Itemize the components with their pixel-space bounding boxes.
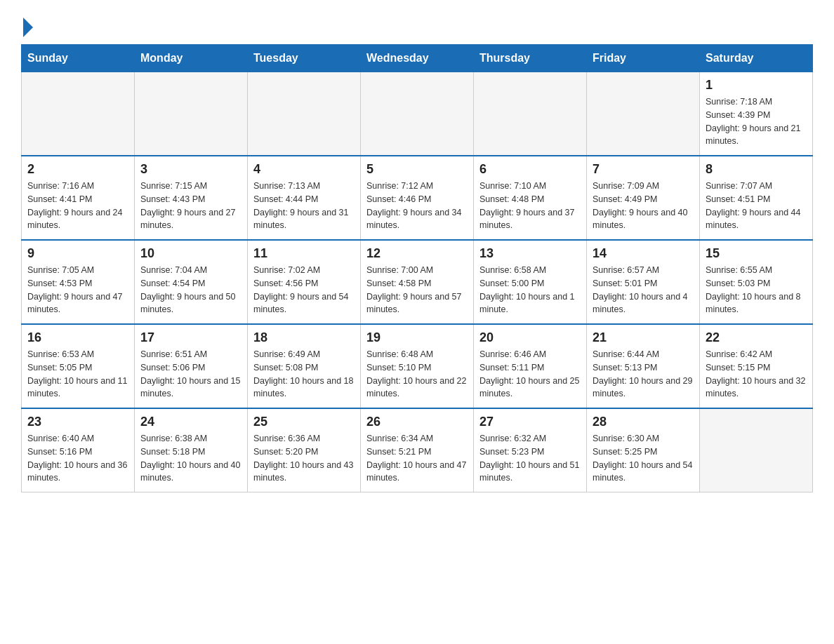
- calendar-header-row: SundayMondayTuesdayWednesdayThursdayFrid…: [22, 45, 813, 72]
- calendar-day-cell: 17Sunrise: 6:51 AMSunset: 5:06 PMDayligh…: [135, 324, 248, 408]
- weekday-header-thursday: Thursday: [474, 45, 587, 72]
- day-info: Sunrise: 7:00 AMSunset: 4:58 PMDaylight:…: [366, 264, 468, 316]
- calendar-day-cell: 16Sunrise: 6:53 AMSunset: 5:05 PMDayligh…: [22, 324, 135, 408]
- day-info: Sunrise: 7:13 AMSunset: 4:44 PMDaylight:…: [253, 180, 355, 232]
- calendar-day-cell: 5Sunrise: 7:12 AMSunset: 4:46 PMDaylight…: [361, 156, 474, 240]
- day-number: 25: [253, 415, 355, 429]
- calendar-day-cell: 10Sunrise: 7:04 AMSunset: 4:54 PMDayligh…: [135, 240, 248, 324]
- weekday-header-wednesday: Wednesday: [361, 45, 474, 72]
- calendar-day-cell: 14Sunrise: 6:57 AMSunset: 5:01 PMDayligh…: [587, 240, 700, 324]
- calendar-day-cell: 23Sunrise: 6:40 AMSunset: 5:16 PMDayligh…: [22, 408, 135, 492]
- day-number: 9: [27, 246, 128, 261]
- day-info: Sunrise: 6:44 AMSunset: 5:13 PMDaylight:…: [593, 348, 694, 401]
- calendar-day-cell: 26Sunrise: 6:34 AMSunset: 5:21 PMDayligh…: [361, 408, 474, 492]
- day-number: 10: [140, 246, 241, 261]
- day-info: Sunrise: 6:32 AMSunset: 5:23 PMDaylight:…: [479, 432, 581, 485]
- weekday-header-sunday: Sunday: [22, 45, 135, 72]
- calendar-day-cell: [474, 72, 587, 156]
- day-number: 15: [706, 246, 807, 261]
- calendar-day-cell: 11Sunrise: 7:02 AMSunset: 4:56 PMDayligh…: [248, 240, 361, 324]
- day-info: Sunrise: 7:18 AMSunset: 4:39 PMDaylight:…: [706, 95, 807, 148]
- calendar-day-cell: 22Sunrise: 6:42 AMSunset: 5:15 PMDayligh…: [700, 324, 813, 408]
- day-number: 14: [593, 246, 694, 261]
- calendar-week-row: 9Sunrise: 7:05 AMSunset: 4:53 PMDaylight…: [22, 240, 813, 324]
- calendar-day-cell: 4Sunrise: 7:13 AMSunset: 4:44 PMDaylight…: [248, 156, 361, 240]
- day-info: Sunrise: 7:07 AMSunset: 4:51 PMDaylight:…: [706, 180, 807, 232]
- day-info: Sunrise: 7:12 AMSunset: 4:46 PMDaylight:…: [366, 180, 468, 232]
- day-number: 3: [140, 162, 241, 177]
- day-number: 17: [140, 330, 241, 345]
- day-number: 23: [27, 415, 128, 429]
- calendar-day-cell: [361, 72, 474, 156]
- calendar-day-cell: 15Sunrise: 6:55 AMSunset: 5:03 PMDayligh…: [700, 240, 813, 324]
- day-number: 28: [593, 415, 694, 429]
- logo: [21, 14, 33, 37]
- day-number: 7: [593, 162, 694, 177]
- calendar-day-cell: 28Sunrise: 6:30 AMSunset: 5:25 PMDayligh…: [587, 408, 700, 492]
- day-number: 24: [140, 415, 241, 429]
- calendar-day-cell: 6Sunrise: 7:10 AMSunset: 4:48 PMDaylight…: [474, 156, 587, 240]
- day-number: 4: [253, 162, 355, 177]
- calendar-week-row: 16Sunrise: 6:53 AMSunset: 5:05 PMDayligh…: [22, 324, 813, 408]
- weekday-header-saturday: Saturday: [700, 45, 813, 72]
- day-info: Sunrise: 6:30 AMSunset: 5:25 PMDaylight:…: [593, 432, 694, 485]
- day-number: 5: [366, 162, 468, 177]
- day-info: Sunrise: 6:38 AMSunset: 5:18 PMDaylight:…: [140, 432, 241, 485]
- weekday-header-friday: Friday: [587, 45, 700, 72]
- day-info: Sunrise: 6:42 AMSunset: 5:15 PMDaylight:…: [706, 348, 807, 401]
- calendar-day-cell: 20Sunrise: 6:46 AMSunset: 5:11 PMDayligh…: [474, 324, 587, 408]
- page-header: [21, 14, 813, 37]
- calendar-day-cell: 12Sunrise: 7:00 AMSunset: 4:58 PMDayligh…: [361, 240, 474, 324]
- calendar-week-row: 1Sunrise: 7:18 AMSunset: 4:39 PMDaylight…: [22, 72, 813, 156]
- day-number: 11: [253, 246, 355, 261]
- calendar-day-cell: 1Sunrise: 7:18 AMSunset: 4:39 PMDaylight…: [700, 72, 813, 156]
- calendar-day-cell: [22, 72, 135, 156]
- day-info: Sunrise: 7:05 AMSunset: 4:53 PMDaylight:…: [27, 264, 128, 316]
- day-number: 18: [253, 330, 355, 345]
- day-info: Sunrise: 6:57 AMSunset: 5:01 PMDaylight:…: [593, 264, 694, 316]
- day-info: Sunrise: 6:36 AMSunset: 5:20 PMDaylight:…: [253, 432, 355, 485]
- calendar-day-cell: 2Sunrise: 7:16 AMSunset: 4:41 PMDaylight…: [22, 156, 135, 240]
- day-info: Sunrise: 6:46 AMSunset: 5:11 PMDaylight:…: [479, 348, 581, 401]
- day-number: 22: [706, 330, 807, 345]
- day-info: Sunrise: 7:10 AMSunset: 4:48 PMDaylight:…: [479, 180, 581, 232]
- day-info: Sunrise: 6:34 AMSunset: 5:21 PMDaylight:…: [366, 432, 468, 485]
- day-number: 12: [366, 246, 468, 261]
- calendar-day-cell: 13Sunrise: 6:58 AMSunset: 5:00 PMDayligh…: [474, 240, 587, 324]
- calendar-week-row: 2Sunrise: 7:16 AMSunset: 4:41 PMDaylight…: [22, 156, 813, 240]
- day-number: 19: [366, 330, 468, 345]
- day-info: Sunrise: 6:48 AMSunset: 5:10 PMDaylight:…: [366, 348, 468, 401]
- day-number: 2: [27, 162, 128, 177]
- day-info: Sunrise: 6:49 AMSunset: 5:08 PMDaylight:…: [253, 348, 355, 401]
- calendar-day-cell: 18Sunrise: 6:49 AMSunset: 5:08 PMDayligh…: [248, 324, 361, 408]
- calendar-day-cell: [700, 408, 813, 492]
- calendar-day-cell: [135, 72, 248, 156]
- day-info: Sunrise: 6:55 AMSunset: 5:03 PMDaylight:…: [706, 264, 807, 316]
- calendar-day-cell: [248, 72, 361, 156]
- day-number: 27: [479, 415, 581, 429]
- calendar-day-cell: 8Sunrise: 7:07 AMSunset: 4:51 PMDaylight…: [700, 156, 813, 240]
- calendar-day-cell: 9Sunrise: 7:05 AMSunset: 4:53 PMDaylight…: [22, 240, 135, 324]
- day-info: Sunrise: 7:09 AMSunset: 4:49 PMDaylight:…: [593, 180, 694, 232]
- day-info: Sunrise: 7:15 AMSunset: 4:43 PMDaylight:…: [140, 180, 241, 232]
- calendar-table: SundayMondayTuesdayWednesdayThursdayFrid…: [21, 44, 813, 492]
- logo-triangle-icon: [23, 18, 33, 37]
- day-number: 20: [479, 330, 581, 345]
- calendar-day-cell: 19Sunrise: 6:48 AMSunset: 5:10 PMDayligh…: [361, 324, 474, 408]
- calendar-day-cell: 24Sunrise: 6:38 AMSunset: 5:18 PMDayligh…: [135, 408, 248, 492]
- day-info: Sunrise: 6:40 AMSunset: 5:16 PMDaylight:…: [27, 432, 128, 485]
- calendar-day-cell: 3Sunrise: 7:15 AMSunset: 4:43 PMDaylight…: [135, 156, 248, 240]
- day-info: Sunrise: 7:04 AMSunset: 4:54 PMDaylight:…: [140, 264, 241, 316]
- calendar-day-cell: 21Sunrise: 6:44 AMSunset: 5:13 PMDayligh…: [587, 324, 700, 408]
- day-info: Sunrise: 7:16 AMSunset: 4:41 PMDaylight:…: [27, 180, 128, 232]
- day-number: 13: [479, 246, 581, 261]
- day-number: 1: [706, 78, 807, 93]
- day-number: 21: [593, 330, 694, 345]
- weekday-header-monday: Monday: [135, 45, 248, 72]
- day-info: Sunrise: 6:51 AMSunset: 5:06 PMDaylight:…: [140, 348, 241, 401]
- day-info: Sunrise: 6:53 AMSunset: 5:05 PMDaylight:…: [27, 348, 128, 401]
- weekday-header-tuesday: Tuesday: [248, 45, 361, 72]
- calendar-week-row: 23Sunrise: 6:40 AMSunset: 5:16 PMDayligh…: [22, 408, 813, 492]
- calendar-day-cell: 25Sunrise: 6:36 AMSunset: 5:20 PMDayligh…: [248, 408, 361, 492]
- day-number: 16: [27, 330, 128, 345]
